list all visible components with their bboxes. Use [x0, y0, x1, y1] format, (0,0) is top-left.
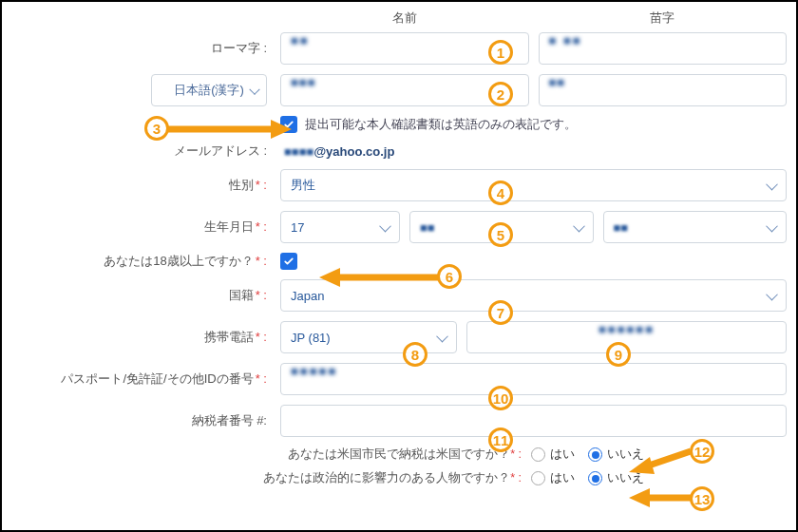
label-over18: あなたは18歳以上ですか？	[104, 254, 253, 268]
taxid-input[interactable]	[280, 405, 787, 437]
label-phone: 携帯電話	[204, 330, 254, 344]
romaji-first-input[interactable]: ■■	[280, 32, 529, 65]
label-dob: 生年月日	[204, 219, 254, 234]
gender-select[interactable]: 男性	[280, 169, 787, 201]
dob-day-select[interactable]: 17	[280, 211, 400, 243]
romaji-last-input[interactable]: ■ ■■	[539, 32, 788, 65]
label-passport: パスポート/免許証/その他IDの番号	[61, 371, 253, 386]
kanji-last-input[interactable]: ■■	[539, 74, 788, 106]
badge-13: 13	[690, 486, 714, 511]
label-us-citizen: あなたは米国市民で納税は米国ですか？	[288, 447, 510, 461]
kanji-first-input[interactable]: ■■■	[280, 74, 529, 106]
over18-checkbox[interactable]	[280, 253, 297, 270]
phone-number-input[interactable]: ■■■■■■	[466, 321, 787, 353]
header-first: 名前	[280, 10, 529, 27]
label-romaji: ローマ字 :	[11, 40, 280, 57]
name-column-headers: 名前 苗字	[280, 10, 787, 27]
dob-year-select[interactable]: ■■	[603, 211, 788, 243]
passport-input[interactable]: ■■■■■	[280, 363, 787, 395]
us-citizen-yes[interactable]: はい	[531, 446, 575, 463]
header-last: 苗字	[539, 10, 788, 27]
pep-no[interactable]: いいえ	[588, 470, 644, 486]
dob-month-select[interactable]: ■■	[409, 211, 594, 243]
label-taxid: 納税者番号 #:	[11, 412, 280, 429]
label-email: メールアドレス :	[11, 142, 280, 160]
us-citizen-no[interactable]: いいえ	[588, 446, 644, 463]
nationality-select[interactable]: Japan	[280, 279, 787, 312]
svg-marker-7	[629, 488, 650, 507]
script-select[interactable]: 日本語(漢字)	[151, 74, 267, 106]
label-nationality: 国籍	[229, 288, 254, 302]
label-pep: あなたは政治的に影響力のある人物ですか？	[263, 471, 510, 484]
phone-country-select[interactable]: JP (81)	[280, 321, 457, 353]
pep-yes[interactable]: はい	[531, 470, 575, 486]
email-value: ■■■■@yahoo.co.jp	[280, 144, 394, 159]
english-only-checkbox[interactable]	[280, 116, 297, 133]
arrow-icon	[629, 486, 695, 509]
english-only-label: 提出可能な本人確認書類は英語のみの表記です。	[305, 117, 577, 133]
label-gender: 性別	[229, 178, 254, 192]
